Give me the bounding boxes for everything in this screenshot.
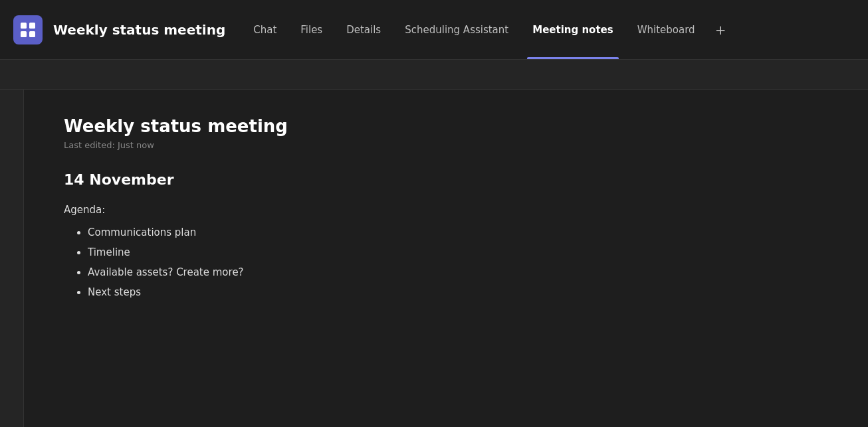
tab-files[interactable]: Files <box>288 0 334 59</box>
svg-rect-0 <box>21 23 27 29</box>
agenda-list: Communications plan Timeline Available a… <box>64 222 828 302</box>
document-date: 14 November <box>64 171 828 188</box>
tab-meeting-notes[interactable]: Meeting notes <box>520 0 625 59</box>
list-item: Communications plan <box>88 222 828 242</box>
list-item: Next steps <box>88 282 828 302</box>
left-panel <box>0 90 24 427</box>
svg-rect-1 <box>29 23 35 29</box>
nav-tabs: Chat Files Details Scheduling Assistant … <box>241 0 855 59</box>
add-tab-button[interactable]: + <box>707 0 734 59</box>
content-area: Weekly status meeting Last edited: Just … <box>0 90 868 427</box>
svg-rect-3 <box>29 31 35 37</box>
document-last-edited: Last edited: Just now <box>64 140 828 150</box>
main-content: Weekly status meeting Last edited: Just … <box>24 90 868 427</box>
svg-rect-2 <box>21 31 27 37</box>
meeting-title: Weekly status meeting <box>53 22 225 38</box>
document-title: Weekly status meeting <box>64 116 828 136</box>
list-item: Available assets? Create more? <box>88 262 828 282</box>
header: Weekly status meeting Chat Files Details… <box>0 0 868 60</box>
toolbar-strip <box>0 60 868 90</box>
list-item: Timeline <box>88 242 828 262</box>
agenda-label: Agenda: <box>64 204 828 216</box>
tab-whiteboard[interactable]: Whiteboard <box>625 0 707 59</box>
tab-chat[interactable]: Chat <box>241 0 288 59</box>
app-icon <box>13 15 43 44</box>
tab-scheduling[interactable]: Scheduling Assistant <box>393 0 520 59</box>
tab-details[interactable]: Details <box>334 0 393 59</box>
